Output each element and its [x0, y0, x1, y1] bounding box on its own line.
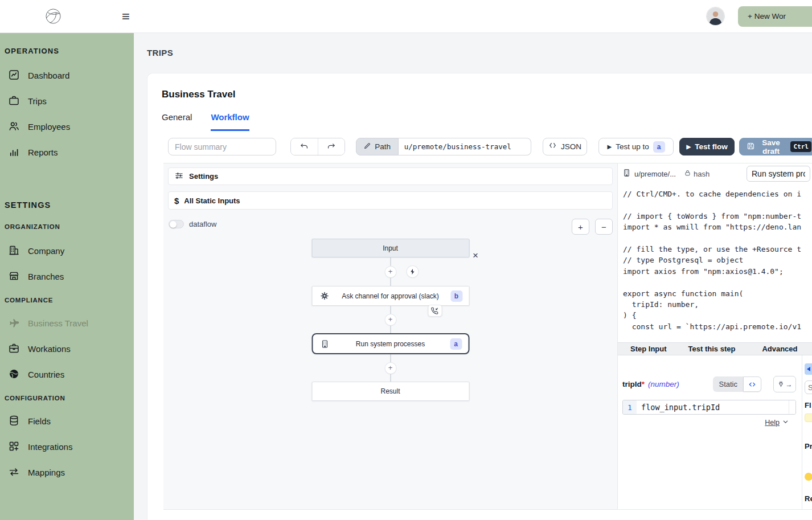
sidebar: OPERATIONS Dashboard Trips Employees Rep… — [0, 33, 134, 520]
line-number: 1 — [623, 400, 637, 414]
sidebar-item-countries[interactable]: Countries — [0, 362, 134, 387]
dataflow-control: dataflow — [169, 220, 216, 228]
phone-incoming-icon[interactable] — [428, 305, 442, 317]
collapse-panel-button[interactable] — [805, 363, 812, 375]
step-editor-panel: u/premote/... hash // Ctrl/CMD+. to cach… — [617, 163, 812, 509]
picker-section-previous-result[interactable]: Pr — [805, 442, 812, 451]
code-line: ) { — [623, 310, 812, 321]
flow-node-input[interactable]: Input — [311, 239, 469, 257]
sidebar-item-employees[interactable]: Employees — [0, 114, 134, 140]
flow-node-approval[interactable]: Ask channel for approval (slack) b — [311, 286, 469, 306]
node-label: Run system processes — [356, 340, 425, 348]
workflow-editor: Settings $ All Static Inputs dataflow + … — [163, 163, 812, 510]
add-step-button[interactable]: + — [385, 314, 396, 325]
dataflow-label: dataflow — [189, 220, 216, 228]
picker-highlighted-item[interactable] — [805, 413, 812, 422]
code-line — [623, 199, 812, 210]
sidebar-item-business-travel[interactable]: Business Travel — [0, 310, 134, 336]
undo-button[interactable] — [291, 138, 318, 155]
redo-button[interactable] — [318, 138, 345, 155]
json-button[interactable]: JSON — [543, 138, 588, 155]
help-row: Help — [622, 417, 796, 428]
sidebar-item-mappings[interactable]: Mappings — [0, 460, 134, 485]
content-card: Business Travel General Workflow Path — [147, 73, 812, 520]
code-line: const url = `https://api.premote.io/v1 — [623, 321, 812, 332]
flow-node-result[interactable]: Result — [311, 382, 469, 401]
add-step-button[interactable]: + — [385, 267, 396, 277]
flow-canvas[interactable]: Settings $ All Static Inputs dataflow + … — [163, 163, 617, 509]
field-row-tripid: tripId* (number) Static — [622, 376, 796, 392]
sidebar-item-fields[interactable]: Fields — [0, 408, 134, 434]
play-icon: ▶ — [687, 144, 691, 150]
expression-mode-button[interactable] — [743, 376, 761, 392]
save-draft-button[interactable]: Save draft Ctrl — [739, 138, 812, 155]
flow-summary-input[interactable] — [168, 138, 276, 155]
sidebar-item-trips[interactable]: Trips — [0, 88, 134, 114]
zoom-out-button[interactable]: − — [595, 219, 613, 235]
play-icon: ▶ — [607, 144, 612, 150]
flow-settings-bar[interactable]: Settings — [168, 167, 613, 185]
code-line: // fill the type, or use the +Resource t — [623, 244, 812, 255]
picker-search-input[interactable] — [805, 380, 812, 394]
test-up-to-label: Test up to — [616, 142, 649, 151]
tab-workflow[interactable]: Workflow — [211, 112, 249, 131]
connector: + — [311, 354, 469, 382]
hash-control[interactable]: hash — [684, 169, 710, 178]
plane-icon — [8, 317, 20, 330]
code-line: // import { toWords } from "npm:number-t — [623, 211, 812, 222]
connect-input-button[interactable]: → — [773, 376, 796, 392]
tab-general[interactable]: General — [162, 112, 192, 131]
yellow-dot-icon — [805, 473, 812, 481]
all-static-inputs-bar[interactable]: $ All Static Inputs — [168, 191, 613, 210]
path-group: Path — [356, 138, 531, 155]
path-toggle[interactable]: Path — [356, 138, 399, 155]
static-mode-button[interactable]: Static — [713, 376, 743, 392]
trigger-bolt-button[interactable] — [407, 266, 419, 277]
tab-step-input[interactable]: Step Input — [630, 345, 667, 353]
sidebar-item-reports[interactable]: Reports — [0, 140, 134, 165]
tab-advanced[interactable]: Advanced — [762, 345, 797, 353]
sidebar-item-workations[interactable]: Workations — [0, 336, 134, 362]
code-editor[interactable]: // Ctrl/CMD+. to cache dependencies on i… — [618, 184, 812, 342]
sidebar-item-label: Employees — [28, 122, 70, 132]
step-editor-header: u/premote/... hash — [618, 163, 812, 184]
new-workflow-button[interactable]: + New Wor — [738, 6, 812, 27]
tab-test-this-step[interactable]: Test this step — [688, 345, 736, 353]
expression-scrollbar[interactable] — [789, 400, 795, 414]
gear-icon — [319, 291, 329, 301]
add-step-button[interactable]: + — [385, 363, 396, 374]
picker-section-flow-input[interactable]: Fl — [805, 401, 812, 410]
hamburger-menu-icon[interactable]: ≡ — [122, 10, 130, 23]
help-link[interactable]: Help — [765, 419, 780, 427]
app-logo-icon — [45, 8, 61, 24]
sidebar-item-branches[interactable]: Branches — [0, 264, 134, 289]
step-name-input[interactable] — [747, 166, 810, 182]
sidebar-item-label: Trips — [28, 96, 47, 106]
script-path[interactable]: u/premote/... — [634, 170, 676, 178]
sidebar-item-company[interactable]: Company — [0, 238, 134, 264]
node-label: Ask channel for approval (slack) — [342, 292, 439, 300]
code-line — [623, 233, 812, 244]
node-label: Input — [383, 244, 398, 252]
zoom-in-button[interactable]: + — [572, 219, 589, 235]
sidebar-item-label: Fields — [28, 416, 51, 426]
flow-toolbar: Path JSON ▶ Test up to a ▶ Test flow — [168, 138, 812, 155]
sidebar-item-label: Countries — [28, 370, 64, 379]
close-icon[interactable]: × — [473, 251, 478, 260]
code-line: // Ctrl/CMD+. to cache dependencies on i — [623, 189, 812, 199]
dataflow-toggle[interactable] — [169, 220, 184, 228]
expression-editor[interactable]: 1 flow_input.tripId — [622, 400, 796, 415]
sidebar-item-integrations[interactable]: Integrations — [0, 434, 134, 460]
test-flow-button[interactable]: ▶ Test flow — [679, 138, 735, 155]
path-value-input[interactable] — [399, 138, 531, 155]
node-label: Result — [380, 387, 400, 395]
briefcase-icon — [8, 95, 20, 108]
sidebar-item-dashboard[interactable]: Dashboard — [0, 63, 134, 88]
picker-section-resources[interactable]: Re — [805, 494, 812, 503]
test-up-to-button[interactable]: ▶ Test up to a — [598, 138, 673, 155]
flow-node-run[interactable]: Run system processes a — [311, 333, 469, 354]
undo-redo-group — [290, 138, 345, 155]
chevron-down-icon[interactable] — [782, 417, 789, 428]
user-avatar[interactable] — [707, 7, 724, 25]
pencil-icon — [363, 142, 371, 152]
